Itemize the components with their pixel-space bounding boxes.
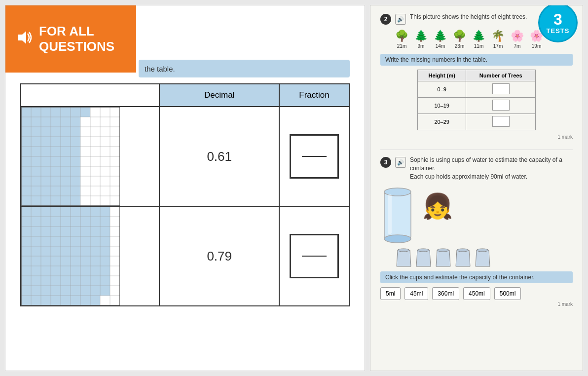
answer-input-0-9[interactable] <box>492 83 510 94</box>
cylinder-icon <box>380 185 415 244</box>
fraction-answer-box-2[interactable] <box>290 234 339 278</box>
instruction-text: the table. <box>145 65 175 73</box>
cup-4[interactable] <box>454 248 472 267</box>
badge-number: 3 <box>553 11 562 27</box>
height-col-header: Height (m) <box>418 70 466 81</box>
tree-8-height: 19m <box>532 43 541 49</box>
grid-visual-1 <box>21 107 120 206</box>
badge-label: TESTS <box>547 27 570 35</box>
q3-speaker-icon[interactable]: 🔊 <box>395 157 406 168</box>
q3-mark: 1 mark <box>380 301 573 307</box>
orange-header-bar: FOR ALL QUESTIONS <box>5 5 136 73</box>
right-panel: 3 TESTS 2 🔊 This picture shows the heigh… <box>370 5 583 371</box>
height-row-2: 10–19 <box>418 98 536 114</box>
tree-3-height: 14m <box>436 43 445 49</box>
q3-instruction-bar: Click the cups and estimate the capacity… <box>380 271 573 283</box>
q3-header: 3 🔊 Sophie is using cups of water to est… <box>380 156 573 181</box>
fraction-line-2 <box>302 256 327 257</box>
tree-4: 🌳 23m <box>453 30 466 49</box>
svg-marker-0 <box>18 31 26 44</box>
fraction-cell-1[interactable] <box>279 107 349 206</box>
svg-point-49 <box>398 249 409 252</box>
tree-5: 🌲 11m <box>472 30 485 49</box>
fraction-line-1 <box>302 156 327 157</box>
range-20-29: 20–29 <box>418 114 466 130</box>
q3-visual-area: 👧 <box>380 185 573 244</box>
question-3-block: 3 🔊 Sophie is using cups of water to est… <box>380 156 573 307</box>
tree-7: 🌸 7m <box>511 30 524 49</box>
tree-6-height: 17m <box>493 43 503 49</box>
cup-3[interactable] <box>435 248 452 267</box>
tree-1-height: 21m <box>397 43 406 49</box>
q2-instruction-text: Write the missing numbers in the table. <box>385 56 487 63</box>
svg-rect-48 <box>388 194 392 234</box>
tree-3: 🌲 14m <box>434 30 447 49</box>
trees-col-header: Number of Trees <box>466 70 536 81</box>
left-panel: FOR ALL QUESTIONS the table. Decimal Fra… <box>5 5 365 371</box>
tree-4-height: 23m <box>455 43 464 49</box>
cup-5[interactable] <box>474 248 491 267</box>
answer-options-row: 5ml 45ml 360ml 450ml 500ml <box>380 287 573 300</box>
answer-45ml[interactable]: 45ml <box>404 287 428 300</box>
decimal-cell-2: 0.79 <box>159 206 279 306</box>
svg-point-47 <box>384 235 411 243</box>
divider-1 <box>380 150 573 150</box>
header-text: FOR ALL QUESTIONS <box>39 24 114 54</box>
tree-5-height: 11m <box>474 43 483 49</box>
answer-input-20-29[interactable] <box>492 116 510 127</box>
q3-number: 3 <box>380 157 391 168</box>
range-10-19: 10–19 <box>418 98 466 114</box>
tree-6: 🌴 17m <box>491 30 505 49</box>
range-0-9: 0–9 <box>418 81 466 98</box>
cup-2[interactable] <box>415 248 432 267</box>
q2-mark: 1 mark <box>380 134 573 140</box>
svg-point-52 <box>457 249 469 252</box>
answer-input-10-19[interactable] <box>492 100 510 111</box>
grid-cell-2 <box>21 206 159 306</box>
q2-instruction-bar: Write the missing numbers in the table. <box>380 54 573 66</box>
answer-450ml[interactable]: 450ml <box>463 287 490 300</box>
answer-5ml[interactable]: 5ml <box>380 287 401 300</box>
fraction-cell-2[interactable] <box>279 206 349 306</box>
svg-point-53 <box>477 249 488 252</box>
answer-20-29[interactable] <box>466 114 536 130</box>
svg-rect-25 <box>100 207 110 296</box>
speaker-icon[interactable] <box>15 29 33 50</box>
q3-instruction-text: Click the cups and estimate the capacity… <box>385 274 535 281</box>
q2-speaker-icon[interactable]: 🔊 <box>395 14 406 25</box>
svg-rect-3 <box>80 107 90 117</box>
svg-point-51 <box>437 249 449 252</box>
q3-text: Sophie is using cups of water to estimat… <box>410 156 573 181</box>
girl-figure: 👧 <box>422 192 453 221</box>
tree-7-height: 7m <box>514 43 521 49</box>
svg-point-50 <box>417 249 429 252</box>
fraction-answer-box-1[interactable] <box>290 134 339 179</box>
decimal-value-1: 0.61 <box>207 149 232 164</box>
tree-1: 🌳 21m <box>395 30 408 49</box>
tree-2-height: 9m <box>418 43 425 49</box>
answer-0-9[interactable] <box>466 81 536 98</box>
height-row-3: 20–29 <box>418 114 536 130</box>
fraction-table: Decimal Fraction <box>20 83 350 306</box>
cup-1[interactable] <box>395 248 412 267</box>
answer-360ml[interactable]: 360ml <box>432 287 459 300</box>
answer-10-19[interactable] <box>466 98 536 114</box>
height-row-1: 0–9 <box>418 81 536 98</box>
fraction-header: Fraction <box>279 84 349 107</box>
q2-text: This picture shows the heights of eight … <box>410 13 527 21</box>
decimal-cell-1: 0.61 <box>159 107 279 206</box>
q2-number: 2 <box>380 14 391 25</box>
main-content-area: Decimal Fraction <box>20 83 350 361</box>
grid-cell-1 <box>21 107 159 206</box>
empty-col-header <box>21 84 159 107</box>
grid-visual-2 <box>21 207 120 305</box>
answer-500ml[interactable]: 500ml <box>494 287 521 300</box>
instruction-bar: the table. <box>139 60 350 77</box>
tree-2: 🌲 9m <box>414 30 428 49</box>
decimal-value-2: 0.79 <box>207 249 232 263</box>
svg-point-46 <box>384 188 411 196</box>
cups-row[interactable] <box>395 248 573 267</box>
decimal-header: Decimal <box>159 84 279 107</box>
height-table: Height (m) Number of Trees 0–9 10–19 20–… <box>417 70 536 130</box>
